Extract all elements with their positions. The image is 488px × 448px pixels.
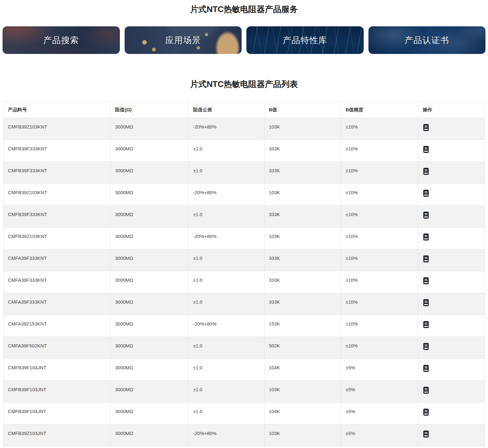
resistance-cell: 3000MΩ	[111, 271, 189, 293]
part-number-cell: CMFA39Z153KNT	[3, 315, 111, 337]
b-value-cell: 104K	[264, 359, 341, 381]
b-value-cell: 103K	[264, 227, 341, 249]
product-table: 产品料号 阻值(Ω) 阻值公差 B值 B值精度 操作 CMFB39Z103KNT…	[3, 102, 485, 446]
b-value-cell: 103K	[264, 184, 341, 206]
resistance-cell: 3000MΩ	[111, 249, 189, 271]
col-header-resistance: 阻值(Ω)	[111, 102, 189, 118]
datasheet-button[interactable]	[423, 321, 429, 328]
datasheet-button[interactable]	[423, 168, 429, 175]
resistance-cell: 3000MΩ	[111, 227, 189, 249]
b-value-cell: 333K	[264, 271, 341, 293]
banner-characteristics-library-label: 产品特性库	[283, 35, 327, 46]
part-number-cell: CMFA39F333KNT	[3, 293, 111, 315]
datasheet-button[interactable]	[423, 146, 429, 153]
b-precision-cell: ±5%	[341, 359, 418, 381]
resistance-cell: 3000MΩ	[111, 315, 189, 337]
action-cell	[418, 206, 485, 227]
datasheet-button[interactable]	[423, 343, 429, 350]
b-precision-cell: ±5%	[341, 403, 418, 425]
datasheet-icon	[423, 146, 429, 153]
table-row: CMFB39F333KNT3000MΩ±1.0333K±10%	[3, 140, 485, 162]
action-cell	[418, 162, 485, 184]
datasheet-icon	[423, 277, 429, 284]
tolerance-cell: ±1.0	[189, 206, 264, 227]
banner-characteristics-library[interactable]: 产品特性库	[246, 26, 364, 54]
datasheet-button[interactable]	[423, 212, 429, 219]
product-table-body: CMFB39Z103KNT3000MΩ-20%+80%103K±10%CMFB3…	[3, 118, 485, 446]
banner-application-scenes[interactable]: 应用场景	[125, 26, 242, 54]
list-title: 片式NTC热敏电阻器产品列表	[0, 79, 488, 89]
resistance-cell: 3000MΩ	[111, 162, 189, 184]
datasheet-icon	[423, 168, 429, 175]
action-cell	[418, 227, 485, 249]
banner-row: 产品搜索 应用场景 产品特性库 产品认证书	[0, 26, 488, 54]
table-row: CMFB39Z103KNT3000MΩ-20%+80%103K±10%	[3, 227, 485, 249]
datasheet-icon	[423, 387, 429, 394]
tolerance-cell: -20%+80%	[189, 184, 264, 206]
b-value-cell: 333K	[264, 162, 341, 184]
part-number-cell: CMFB39F104JNT	[3, 359, 111, 381]
col-header-part-number: 产品料号	[3, 102, 111, 118]
table-row: CMFB39Z103KNT3000MΩ-20%+80%103K±10%	[3, 184, 485, 206]
datasheet-icon	[423, 234, 429, 240]
datasheet-button[interactable]	[423, 409, 429, 416]
resistance-cell: 3000MΩ	[111, 293, 189, 315]
datasheet-icon	[423, 190, 429, 197]
action-cell	[418, 184, 485, 206]
b-precision-cell: ±10%	[341, 227, 418, 249]
table-row: CMFB39Z103JNT3000MΩ-20%+80%103K±5%	[3, 425, 485, 446]
part-number-cell: CMFB39F104JNT	[3, 403, 111, 425]
b-precision-cell: ±10%	[341, 293, 418, 315]
table-row: CMFA39F333KNT3000MΩ±1.0333K±10%	[3, 271, 485, 293]
table-row: CMFA39Z153KNT3000MΩ-20%+80%153K±10%	[3, 315, 485, 337]
b-value-cell: 333K	[264, 206, 341, 227]
tolerance-cell: ±1.0	[189, 293, 264, 315]
b-value-cell: 502K	[264, 337, 341, 359]
datasheet-button[interactable]	[423, 431, 429, 438]
b-value-cell: 153K	[264, 315, 341, 337]
datasheet-icon	[423, 124, 429, 131]
datasheet-button[interactable]	[423, 277, 429, 284]
part-number-cell: CMFA39F333KNT	[3, 249, 111, 271]
resistance-cell: 3000MΩ	[111, 140, 189, 162]
part-number-cell: CMFB39F333KNT	[3, 162, 111, 184]
table-row: CMFA39F333KNT3000MΩ±1.0333K±10%	[3, 249, 485, 271]
tolerance-cell: ±1.0	[189, 337, 264, 359]
resistance-cell: 3000MΩ	[111, 403, 189, 425]
datasheet-button[interactable]	[423, 190, 429, 197]
action-cell	[418, 381, 485, 403]
part-number-cell: CMFB39Z103KNT	[3, 184, 111, 206]
part-number-cell: CMFB39F103JNT	[3, 381, 111, 403]
tolerance-cell: ±1.0	[189, 403, 264, 425]
datasheet-button[interactable]	[423, 299, 429, 306]
table-row: CMFB39F333KNT3000MΩ±1.0333K±10%	[3, 206, 485, 227]
tolerance-cell: -20%+80%	[189, 425, 264, 446]
banner-product-search[interactable]: 产品搜索	[3, 26, 120, 54]
resistance-cell: 3000MΩ	[111, 425, 189, 446]
datasheet-button[interactable]	[423, 255, 429, 262]
table-row: CMFB39F104JNT3000MΩ±1.0104K±5%	[3, 403, 485, 425]
datasheet-icon	[423, 431, 429, 438]
col-header-actions: 操作	[418, 102, 485, 118]
part-number-cell: CMFA39F502KNT	[3, 337, 111, 359]
b-value-cell: 104K	[264, 403, 341, 425]
datasheet-icon	[423, 212, 429, 219]
part-number-cell: CMFB39F333KNT	[3, 206, 111, 227]
col-header-b-precision: B值精度	[341, 102, 418, 118]
action-cell	[418, 337, 485, 359]
b-value-cell: 103K	[264, 425, 341, 446]
action-cell	[418, 359, 485, 381]
tolerance-cell: ±1.0	[189, 381, 264, 403]
datasheet-icon	[423, 343, 429, 350]
tolerance-cell: -20%+80%	[189, 315, 264, 337]
table-row: CMFB39F103JNT3000MΩ±1.0103K±5%	[3, 381, 485, 403]
banner-certificates[interactable]: 产品认证书	[368, 26, 486, 54]
part-number-cell: CMFB39Z103JNT	[3, 425, 111, 446]
datasheet-button[interactable]	[423, 234, 429, 240]
datasheet-button[interactable]	[423, 124, 429, 131]
b-value-cell: 333K	[264, 293, 341, 315]
datasheet-button[interactable]	[423, 387, 429, 394]
datasheet-icon	[423, 409, 429, 416]
datasheet-button[interactable]	[423, 365, 429, 372]
b-precision-cell: ±10%	[341, 184, 418, 206]
